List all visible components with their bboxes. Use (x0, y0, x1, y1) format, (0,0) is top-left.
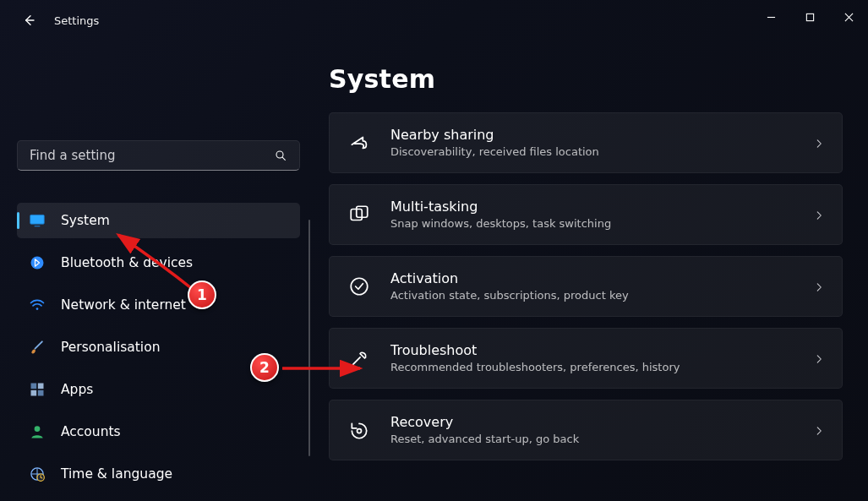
maximize-button[interactable] (790, 0, 829, 34)
titlebar: Settings (0, 0, 868, 41)
main: System Nearby sharing Discoverability, r… (308, 41, 868, 501)
back-button[interactable] (15, 7, 42, 34)
sidebar-item-time-language[interactable]: Time & language (17, 456, 300, 492)
svg-rect-2 (30, 215, 45, 224)
card-text: Recovery Reset, advanced start-up, go ba… (390, 413, 813, 446)
sidebar-item-label: Network & internet (61, 297, 186, 313)
card-title: Troubleshoot (390, 341, 813, 360)
window-controls (751, 0, 868, 34)
card-recovery[interactable]: Recovery Reset, advanced start-up, go ba… (329, 400, 843, 460)
settings-window: Settings System Bluetooth & devices (0, 0, 868, 501)
multitask-icon (348, 204, 370, 226)
svg-point-10 (35, 426, 41, 432)
settings-cards: Nearby sharing Discoverability, received… (329, 112, 843, 460)
card-multitasking[interactable]: Multi-tasking Snap windows, desktops, ta… (329, 184, 843, 245)
card-title: Activation (390, 270, 813, 288)
svg-rect-6 (31, 384, 37, 389)
globe-clock-icon (29, 466, 46, 482)
apps-icon (29, 381, 46, 398)
page-title: System (329, 64, 843, 94)
sidebar-item-accounts[interactable]: Accounts (17, 414, 300, 449)
svg-point-1 (276, 151, 283, 158)
card-title: Multi-tasking (390, 198, 813, 216)
card-nearby-sharing[interactable]: Nearby sharing Discoverability, received… (329, 112, 843, 173)
search-box[interactable] (17, 140, 300, 171)
nav: System Bluetooth & devices Network & int… (17, 203, 300, 492)
card-title: Nearby sharing (390, 126, 813, 144)
chevron-right-icon (813, 209, 825, 221)
close-button[interactable] (829, 0, 868, 34)
sidebar-item-label: System (61, 213, 110, 228)
card-text: Troubleshoot Recommended troubleshooters… (390, 341, 813, 374)
card-subtitle: Snap windows, desktops, task switching (390, 216, 813, 231)
sidebar-item-label: Apps (61, 382, 93, 397)
person-icon (29, 423, 46, 440)
chevron-right-icon (813, 352, 825, 364)
card-title: Recovery (390, 413, 813, 432)
sidebar-item-network[interactable]: Network & internet (17, 287, 300, 323)
brush-icon (29, 339, 46, 356)
card-activation[interactable]: Activation Activation state, subscriptio… (329, 256, 843, 317)
sidebar-item-bluetooth[interactable]: Bluetooth & devices (17, 245, 300, 280)
svg-point-5 (36, 308, 39, 310)
chevron-right-icon (813, 137, 825, 149)
scrollbar-indicator (308, 220, 310, 456)
sidebar: System Bluetooth & devices Network & int… (0, 41, 308, 501)
card-subtitle: Discoverability, received files location (390, 144, 813, 160)
card-text: Activation Activation state, subscriptio… (390, 270, 813, 302)
svg-point-4 (31, 257, 44, 270)
svg-rect-7 (38, 384, 44, 389)
wifi-icon (29, 297, 46, 313)
chevron-right-icon (813, 424, 825, 436)
back-arrow-icon (22, 14, 35, 27)
svg-point-15 (351, 278, 368, 295)
sidebar-item-system[interactable]: System (17, 203, 300, 238)
card-troubleshoot[interactable]: Troubleshoot Recommended troubleshooters… (329, 328, 843, 389)
app-title: Settings (54, 14, 99, 27)
card-subtitle: Recommended troubleshooters, preferences… (390, 360, 813, 375)
sidebar-item-apps[interactable]: Apps (17, 372, 300, 407)
minimize-button[interactable] (751, 0, 790, 34)
card-subtitle: Activation state, subscriptions, product… (390, 288, 813, 303)
wrench-icon (348, 347, 370, 369)
sidebar-item-label: Time & language (61, 466, 172, 482)
check-circle-icon (348, 275, 370, 297)
card-text: Multi-tasking Snap windows, desktops, ta… (390, 198, 813, 231)
display-icon (29, 212, 46, 229)
sidebar-item-label: Accounts (61, 424, 121, 439)
share-icon (348, 132, 370, 154)
card-subtitle: Reset, advanced start-up, go back (390, 432, 813, 447)
svg-point-16 (358, 429, 362, 433)
svg-rect-8 (31, 390, 37, 396)
bluetooth-icon (29, 254, 46, 271)
recovery-icon (348, 419, 370, 441)
sidebar-item-label: Personalisation (61, 340, 160, 355)
sidebar-item-label: Bluetooth & devices (61, 255, 193, 270)
chevron-right-icon (813, 280, 825, 292)
search-input[interactable] (18, 148, 274, 163)
search-icon (274, 149, 287, 162)
svg-rect-9 (38, 390, 44, 396)
body: System Bluetooth & devices Network & int… (0, 41, 868, 501)
sidebar-item-personalisation[interactable]: Personalisation (17, 329, 300, 365)
card-text: Nearby sharing Discoverability, received… (390, 126, 813, 159)
svg-rect-0 (806, 14, 813, 20)
